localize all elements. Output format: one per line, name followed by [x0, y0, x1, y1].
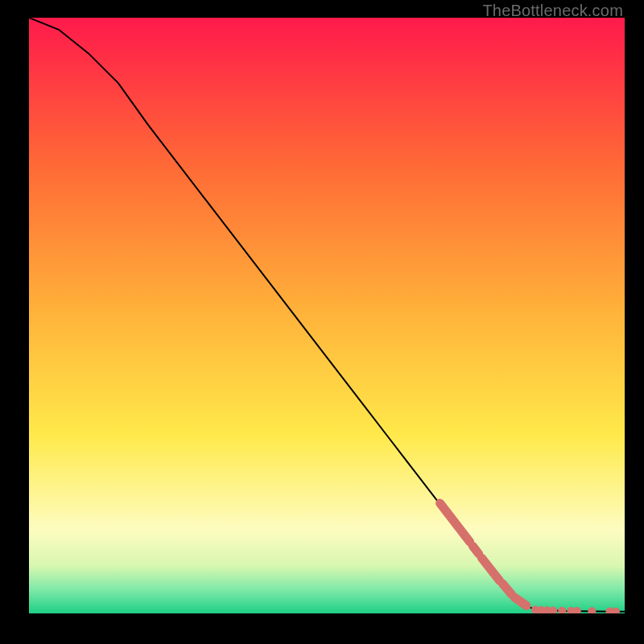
- highlight-segment: [473, 546, 478, 554]
- plot-area: [29, 18, 625, 613]
- chart-svg: [29, 18, 625, 613]
- gradient-background: [29, 18, 625, 613]
- chart-stage: TheBottleneck.com: [0, 0, 644, 644]
